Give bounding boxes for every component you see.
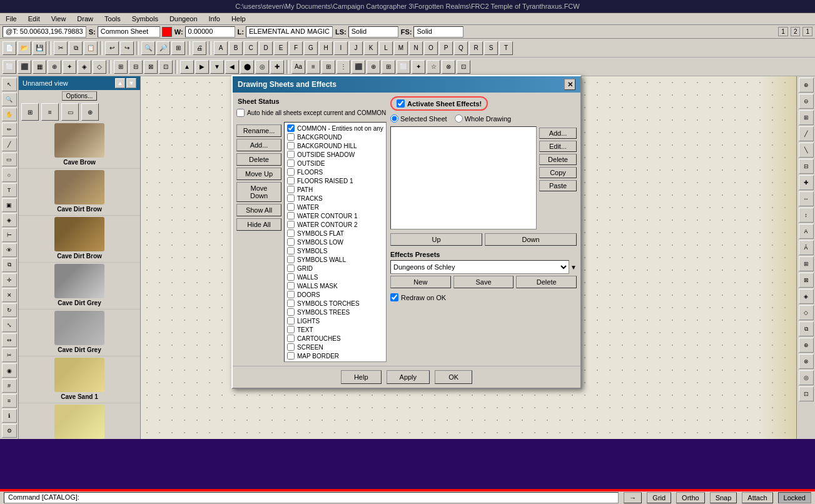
apply-button[interactable]: Apply [387, 370, 430, 384]
panel-icon-3[interactable]: ▭ [61, 103, 79, 121]
tb-btn-g[interactable]: G [304, 41, 318, 55]
tb-save[interactable]: 💾 [33, 41, 46, 55]
panel-scroll-down[interactable]: ▼ [126, 78, 136, 88]
rt-btn-10[interactable]: A [799, 224, 814, 239]
up-button[interactable]: Up [390, 233, 482, 246]
sheet-checkbox-lights[interactable] [287, 317, 295, 325]
hide-all-button[interactable]: Hide All [236, 218, 281, 231]
menu-symbols[interactable]: Symbols [130, 14, 160, 23]
arrow-button[interactable]: → [624, 492, 642, 503]
selected-sheet-radio[interactable] [390, 114, 398, 123]
tb-zoom-out[interactable]: 🔎 [156, 41, 170, 55]
sheet-item-common[interactable]: COMMON - Entities not on any [286, 124, 385, 133]
grid-button[interactable]: Grid [647, 492, 671, 503]
tb-new[interactable]: 📄 [3, 41, 16, 55]
sheet-item-water-c2[interactable]: WATER CONTOUR 2 [286, 220, 385, 229]
rt-btn-1[interactable]: ⊕ [799, 78, 814, 93]
sheet-checkbox-symbols-trees[interactable] [287, 308, 295, 316]
tb-cut[interactable]: ✂ [54, 41, 68, 55]
sheet-item-walls[interactable]: WALLS [286, 273, 385, 281]
tb2-16[interactable]: ⬤ [240, 60, 254, 74]
sheet-item-water-c1[interactable]: WATER CONTOUR 1 [286, 211, 385, 220]
menu-draw[interactable]: Draw [75, 14, 95, 23]
sheet-checkbox-symbols-torches[interactable] [287, 300, 295, 307]
tb-btn-q[interactable]: Q [454, 41, 468, 55]
tool-move[interactable]: ✛ [2, 273, 17, 287]
sheet-checkbox-floors[interactable] [287, 168, 295, 176]
effects-copy-button[interactable]: Copy [539, 167, 577, 178]
tool-text[interactable]: T [2, 183, 17, 197]
panel-icon-2[interactable]: ≡ [41, 103, 59, 121]
effects-delete-button[interactable]: Delete [539, 154, 577, 165]
tool-layers[interactable]: ≡ [2, 394, 17, 408]
tb2-19[interactable]: Aa [291, 60, 305, 74]
tb2-24[interactable]: ⊕ [367, 60, 380, 74]
whole-drawing-radio[interactable] [455, 114, 463, 123]
tb-zoom-fit[interactable]: ⊞ [171, 41, 185, 55]
ortho-button[interactable]: Ortho [676, 492, 705, 503]
rt-btn-3[interactable]: ⊞ [799, 110, 814, 125]
tb2-9[interactable]: ⊟ [129, 60, 143, 74]
tb2-7[interactable]: ◇ [93, 60, 106, 74]
list-item[interactable]: Cave Sand T 1 [19, 403, 140, 439]
tool-select[interactable]: ↖ [2, 78, 17, 91]
sheet-checkbox-symbols-flat[interactable] [287, 229, 295, 237]
presets-delete-button[interactable]: Delete [516, 276, 577, 288]
sheet-checkbox-map-border[interactable] [287, 352, 295, 360]
tb-btn-f[interactable]: F [289, 41, 303, 55]
delete-button[interactable]: Delete [236, 153, 281, 166]
sheet-item-outside-shadow[interactable]: OUTSIDE SHADOW [286, 150, 385, 159]
tb-btn-p[interactable]: P [439, 41, 453, 55]
tb2-13[interactable]: ▶ [195, 60, 209, 74]
menu-tools[interactable]: Tools [103, 14, 123, 23]
sheet-item-floors[interactable]: FLOORS [286, 168, 385, 176]
panel-icon-1[interactable]: ⊞ [21, 103, 39, 121]
tb2-28[interactable]: ☆ [427, 60, 440, 74]
tb2-15[interactable]: ◀ [225, 60, 239, 74]
tb-btn-k[interactable]: K [364, 41, 378, 55]
rt-btn-5[interactable]: ╲ [799, 143, 814, 158]
tb-zoom-in[interactable]: 🔍 [141, 41, 155, 55]
sheet-checkbox-symbols-low[interactable] [287, 238, 295, 246]
sheet-checkbox-symbols-wall[interactable] [287, 256, 295, 263]
tb2-18[interactable]: ✚ [270, 60, 284, 74]
options-button[interactable]: Options... [62, 91, 98, 101]
rt-btn-12[interactable]: ⊞ [799, 256, 814, 271]
tool-mirror[interactable]: ⇔ [2, 333, 17, 347]
sheet-checkbox-tracks[interactable] [287, 194, 295, 202]
tb2-21[interactable]: ⊞ [321, 60, 335, 74]
sheet-item-floors-raised[interactable]: FLOORS RAISED 1 [286, 176, 385, 185]
tool-scale[interactable]: ⤡ [2, 318, 17, 332]
selected-sheet-radio-label[interactable]: Selected Sheet [390, 114, 447, 123]
tb-btn-t[interactable]: T [499, 41, 513, 55]
tb-btn-s[interactable]: S [484, 41, 498, 55]
tool-copy[interactable]: ⧉ [2, 258, 17, 272]
sheet-checkbox-water[interactable] [287, 203, 295, 211]
tb2-17[interactable]: ◎ [255, 60, 269, 74]
redraw-checkbox[interactable] [390, 293, 398, 301]
sheet-item-tracks[interactable]: TRACKS [286, 194, 385, 203]
sheet-item-doors[interactable]: DOORS [286, 290, 385, 299]
effects-add-button[interactable]: Add... [539, 128, 577, 139]
tool-info2[interactable]: ℹ [2, 409, 17, 423]
rt-btn-11[interactable]: Ā [799, 240, 814, 255]
sheet-color-box[interactable] [162, 27, 172, 37]
sheet-item-lights[interactable]: LIGHTS [286, 316, 385, 325]
rt-btn-4[interactable]: ╱ [799, 126, 814, 141]
show-all-button[interactable]: Show All [236, 204, 281, 216]
list-item[interactable]: Cave Dirt Brow [19, 216, 140, 263]
tb-undo[interactable]: ↩ [105, 41, 119, 55]
tool-snap[interactable]: ◉ [2, 363, 17, 377]
tb-copy[interactable]: ⧉ [69, 41, 83, 55]
tool-zoom[interactable]: 🔍 [2, 93, 17, 106]
tool-node[interactable]: ◈ [2, 213, 17, 227]
list-item[interactable]: Cave Dirt Grey [19, 310, 140, 356]
move-up-button[interactable]: Move Up [236, 168, 281, 180]
list-item[interactable]: Cave Sand 1 [19, 356, 140, 403]
ok-button[interactable]: OK [435, 370, 472, 384]
sheet-item-background-hill[interactable]: BACKGROUND HILL [286, 141, 385, 150]
tb2-22[interactable]: ⋮ [337, 60, 350, 74]
dialog-close-button[interactable]: ✕ [564, 79, 575, 90]
tool-trim[interactable]: ✂ [2, 348, 17, 362]
sheet-checkbox-water-c2[interactable] [287, 221, 295, 228]
